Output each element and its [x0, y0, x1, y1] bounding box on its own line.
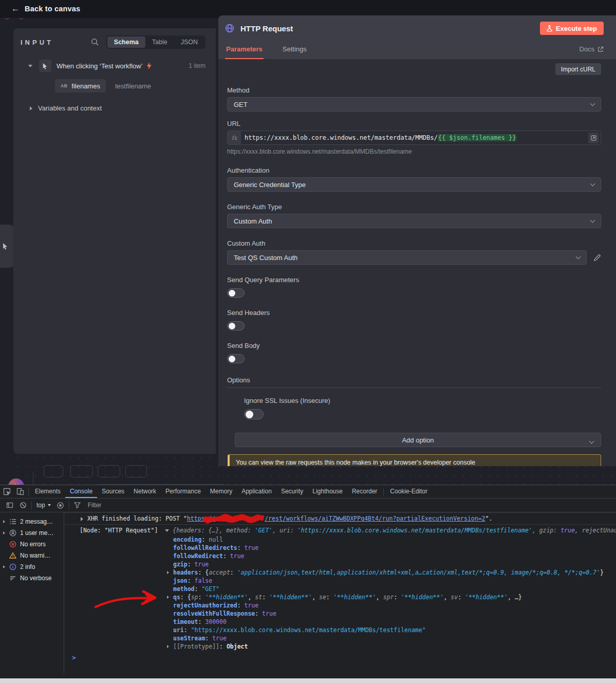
- token: ,: [272, 527, 279, 534]
- collapse-chevron-icon[interactable]: [28, 65, 32, 67]
- token: gzip: [173, 561, 188, 568]
- tab-settings[interactable]: Settings: [282, 45, 308, 59]
- xhr-request-link[interactable]: https:///rest/workflows/aiTZWwBDXPPq4Bt4…: [187, 515, 486, 522]
- expand-icon: [591, 135, 596, 141]
- token: method: [173, 585, 195, 593]
- toggle-send-body[interactable]: [227, 354, 245, 363]
- toggle-label: Send Query Parameters: [227, 276, 601, 284]
- token: sp: [191, 594, 198, 601]
- devtools-tab-console[interactable]: Console: [65, 485, 97, 498]
- devtools-tab-recorder[interactable]: Recorder: [347, 485, 382, 498]
- console-prompt[interactable]: >: [65, 654, 616, 662]
- canvas-ghost-button: [44, 465, 63, 477]
- toggle-send-query-parameters[interactable]: [227, 288, 245, 298]
- console-filter-user[interactable]: 1 user me…: [0, 527, 64, 539]
- live-expression-eye-icon[interactable]: [54, 499, 67, 512]
- collapsed-trigger-node-tab[interactable]: [0, 225, 14, 268]
- node-log-entry: [Node: "HTTP Request"]{headers: {…}, met…: [65, 525, 616, 536]
- custom-auth-credential-select[interactable]: Test QS Custom Auth: [227, 250, 587, 265]
- method-value: GET: [234, 101, 248, 108]
- method-select[interactable]: GET: [227, 97, 601, 112]
- info-icon: [9, 563, 17, 570]
- devtools-tab-sources[interactable]: Sources: [97, 485, 129, 498]
- import-curl-button[interactable]: Import cURL: [555, 63, 601, 75]
- field-name-pill[interactable]: AB filenames: [55, 79, 106, 93]
- collapse-triangle-icon[interactable]: [165, 529, 169, 532]
- authentication-label: Authentication: [227, 167, 601, 174]
- back-to-canvas[interactable]: ← Back to canvas: [11, 4, 80, 13]
- token: followRedirect: [173, 552, 223, 560]
- object-property-row: timeout: 300000: [65, 618, 616, 626]
- variables-and-context-row[interactable]: Variables and context: [21, 104, 206, 112]
- object-property-row: qs: {sp: '**hidden**', st: '**hidden**',…: [65, 593, 616, 601]
- token: {: [188, 594, 191, 601]
- url-input[interactable]: fx https://xxxx.blob.core.windows.net/ma…: [227, 131, 601, 145]
- clear-console-icon[interactable]: [16, 499, 30, 512]
- expand-triangle-icon[interactable]: [167, 645, 169, 648]
- token: '**hidden**': [465, 594, 508, 601]
- devtools-tab-lighthouse[interactable]: Lighthouse: [308, 485, 347, 498]
- inspect-element-icon[interactable]: [0, 485, 13, 498]
- expand-triangle-icon[interactable]: [167, 596, 169, 599]
- devtools-tab-network[interactable]: Network: [129, 485, 161, 498]
- generic-auth-type-select[interactable]: Custom Auth: [227, 214, 601, 228]
- toggle-send-headers[interactable]: [227, 321, 245, 330]
- schema-field-row[interactable]: AB filenames testfilename: [21, 79, 206, 93]
- token: :: [205, 635, 212, 642]
- add-option-dropdown[interactable]: Add option: [235, 433, 601, 447]
- search-icon[interactable]: [91, 38, 99, 46]
- console-sidebar-toggle-icon[interactable]: [3, 499, 16, 512]
- toggle-group: Send Headers: [227, 309, 601, 330]
- token: :: [262, 594, 269, 601]
- field-name: filenames: [71, 82, 100, 90]
- sidebar-item-label: No errors: [20, 541, 46, 548]
- open-expression-editor-button[interactable]: [588, 133, 599, 143]
- devtools-tab-security[interactable]: Security: [276, 485, 308, 498]
- expand-triangle-icon[interactable]: [167, 571, 169, 574]
- devtools-tab-cookie-editor[interactable]: Cookie-Editor: [385, 485, 432, 498]
- expand-triangle-icon[interactable]: [81, 517, 83, 521]
- input-tab-schema[interactable]: Schema: [107, 36, 145, 48]
- expand-chevron-icon[interactable]: [30, 106, 32, 110]
- xhr-log-entry[interactable]: XHR finished loading: POST "https:///res…: [65, 512, 616, 525]
- console-filter-warning[interactable]: No warni…: [0, 550, 64, 561]
- object-property-row: rejectUnauthorized: true: [65, 601, 616, 610]
- chevron-down-icon: [590, 218, 595, 223]
- devtools-tab-performance[interactable]: Performance: [161, 485, 206, 498]
- ignore-ssl-toggle[interactable]: [244, 409, 264, 419]
- token: false: [195, 577, 213, 584]
- context-selector[interactable]: top: [36, 502, 51, 509]
- devtools-tab-application[interactable]: Application: [237, 485, 276, 498]
- console-filter-info[interactable]: 2 info: [0, 561, 64, 573]
- token: useStream: [173, 635, 205, 642]
- devtools-tab-elements[interactable]: Elements: [30, 485, 65, 498]
- trigger-node-name[interactable]: When clicking ‘Test workflow’: [57, 62, 143, 70]
- execute-step-button[interactable]: Execute step: [540, 22, 604, 35]
- token: uri: [173, 626, 184, 634]
- toggle-label: Send Headers: [227, 309, 601, 317]
- token: [[Prototype]]: [173, 643, 219, 650]
- token: :: [188, 577, 195, 584]
- item-count: 1 item: [189, 62, 206, 69]
- canvas-ghost-button: [70, 465, 93, 477]
- input-node-row[interactable]: When clicking ‘Test workflow’ 1 item: [21, 60, 206, 72]
- input-tab-table[interactable]: Table: [145, 36, 174, 48]
- manual-trigger-node-icon: [39, 60, 51, 72]
- token: ,: [376, 594, 383, 601]
- token: :: [326, 594, 333, 601]
- token: '**hidden**': [401, 594, 443, 601]
- console-filter-input[interactable]: Filter: [88, 502, 102, 509]
- console-filter-error[interactable]: No errors: [0, 539, 64, 550]
- authentication-select[interactable]: Generic Credential Type: [227, 177, 601, 192]
- console-filter-verbose[interactable]: No verbose: [0, 573, 64, 584]
- tab-parameters[interactable]: Parameters: [225, 45, 264, 59]
- input-tab-json[interactable]: JSON: [174, 36, 204, 48]
- devtools-tab-memory[interactable]: Memory: [206, 485, 237, 498]
- console-filter-list[interactable]: 2 messag…: [0, 516, 64, 527]
- node-log-label: [Node: "HTTP Request"]: [80, 527, 158, 534]
- execute-step-label: Execute step: [556, 25, 597, 32]
- ndv-tabs: ParametersSettings Docs: [225, 42, 604, 59]
- docs-link[interactable]: Docs: [579, 45, 604, 59]
- device-toolbar-icon[interactable]: [13, 485, 27, 498]
- edit-credential-button[interactable]: [593, 254, 601, 262]
